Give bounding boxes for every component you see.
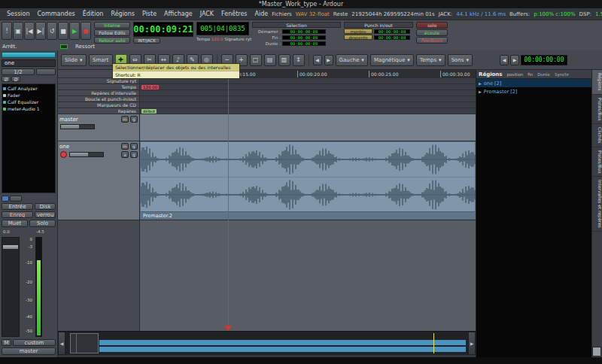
menu-jack[interactable]: JACK xyxy=(196,8,217,20)
punch-in-clock[interactable]: 00:00:00:00 xyxy=(374,29,410,34)
tempo-ruler-canvas[interactable]: 120.00 xyxy=(140,84,476,89)
strip-solo-button[interactable]: Solo xyxy=(29,220,56,227)
tab-cliches[interactable]: Clichés xyxy=(592,124,602,147)
nudge-clock[interactable]: 00:00:00:00 xyxy=(521,55,567,65)
column-fin[interactable]: fin xyxy=(528,72,533,77)
shuttle-mode-label[interactable]: Ressort xyxy=(75,44,95,50)
jog-button[interactable]: ▣ xyxy=(13,22,23,40)
expander-icon[interactable]: ▶ xyxy=(479,81,482,86)
gain-fader[interactable] xyxy=(2,237,20,337)
range-marker-ruler[interactable]: Repères d'intervalle xyxy=(58,90,476,96)
tempo-value[interactable]: 120.0 xyxy=(211,37,223,41)
nudge-forward-button[interactable]: ▶ xyxy=(510,55,519,65)
track-mute-button[interactable]: m xyxy=(121,116,129,123)
monitor-disk-button[interactable]: Disk xyxy=(35,203,56,210)
track-master-canvas[interactable] xyxy=(140,114,476,141)
monitor-input-button[interactable]: Entrée xyxy=(2,203,33,210)
track-automation-button[interactable]: a xyxy=(121,151,129,158)
processor-box[interactable]: Calf Analyzer Fader Calf Equalizer meter… xyxy=(2,83,56,193)
region-list-item[interactable]: ▶Premaster [2] xyxy=(476,87,591,96)
column-position[interactable]: position xyxy=(507,72,524,77)
phase-invert-1-button[interactable]: Ø xyxy=(2,76,11,82)
track-one-header[interactable]: one m g a g xyxy=(58,141,140,220)
summary-body[interactable] xyxy=(66,333,467,353)
track-gain-slider[interactable] xyxy=(60,124,95,129)
peak-display[interactable]: -4.5 xyxy=(36,229,44,234)
meter-ruler[interactable]: Signature ryt xyxy=(58,78,476,84)
automation-mode-button[interactable]: custom xyxy=(13,339,56,346)
tab-groupes[interactable]: Pistes/Bus xyxy=(592,147,602,177)
tempo-marker[interactable]: 120.00 xyxy=(141,85,159,89)
mute-button[interactable]: Muet xyxy=(2,220,28,227)
track-mute-button[interactable]: m xyxy=(121,143,129,150)
region-name-bar[interactable]: Premaster.2 xyxy=(141,211,475,219)
strip-name-button[interactable]: one xyxy=(2,59,56,67)
meter-ruler-canvas[interactable] xyxy=(140,78,476,83)
menu-edition[interactable]: Édition xyxy=(79,8,108,20)
menu-affichage[interactable]: Affichage xyxy=(160,8,196,20)
go-start-button[interactable]: |◀ xyxy=(24,22,35,40)
summary-scroll-right-button[interactable]: ▶ xyxy=(468,332,476,355)
expand-tracks-button[interactable]: ↕ xyxy=(293,54,305,66)
tempo-ruler[interactable]: Tempo120.00 xyxy=(58,84,476,90)
cd-ruler-canvas[interactable] xyxy=(140,102,476,108)
location-marker[interactable]: début xyxy=(141,109,157,114)
play-button[interactable]: ▶ xyxy=(69,22,80,40)
zoom-focus-dropdown[interactable]: Gauche▾ xyxy=(336,54,368,66)
zoom-to-selection-button[interactable]: ▤ xyxy=(264,54,276,66)
track-name[interactable]: one xyxy=(59,144,69,150)
lock-button[interactable]: verrou xyxy=(35,211,56,218)
resize-grip[interactable] xyxy=(592,347,601,356)
narrow-strip-button[interactable] xyxy=(2,196,9,202)
audition-button[interactable]: écoute xyxy=(416,29,448,36)
smart-mode-button[interactable]: Smart xyxy=(89,54,113,66)
track-one-canvas[interactable]: Premaster.2 xyxy=(140,141,476,220)
audio-region[interactable]: Premaster.2 xyxy=(140,141,476,220)
metering-point-button[interactable]: M xyxy=(2,339,11,346)
loop-punch-ruler-canvas[interactable] xyxy=(140,96,476,102)
region-list-item[interactable]: ▶one [2] xyxy=(476,79,591,87)
stop-button[interactable]: ■ xyxy=(58,22,68,40)
column-synchr[interactable]: Synchr xyxy=(555,72,569,77)
hide-strip-button[interactable] xyxy=(10,196,22,202)
input-button[interactable]: 1/2 xyxy=(2,68,35,75)
processor-item[interactable]: meter-Audio 1 xyxy=(3,105,54,112)
record-arm-button[interactable]: Enreg xyxy=(2,211,33,218)
regions-list[interactable]: ▶one [2] ▶Premaster [2] xyxy=(476,79,591,357)
expander-icon[interactable]: ▶ xyxy=(479,89,482,94)
fader-handle[interactable] xyxy=(3,245,18,249)
menu-aide[interactable]: Aide xyxy=(251,8,272,20)
tab-regions[interactable]: Régions xyxy=(592,70,602,95)
sync-source-button[interactable]: Interne xyxy=(94,22,130,29)
playhead-arrow[interactable] xyxy=(224,326,232,331)
playhead[interactable] xyxy=(228,70,229,331)
range-ruler-canvas[interactable] xyxy=(140,90,476,96)
record-button[interactable]: ● xyxy=(81,22,91,40)
track-record-arm-button[interactable] xyxy=(60,151,67,158)
phase-invert-2-button[interactable]: Ø xyxy=(11,76,20,82)
menu-piste[interactable]: Piste xyxy=(138,8,160,20)
menu-regions[interactable]: Régions xyxy=(107,8,138,20)
column-duree[interactable]: Durée xyxy=(537,72,550,77)
edit-point-dropdown[interactable]: Sons▾ xyxy=(448,54,473,66)
processor-item[interactable]: Calf Analyzer xyxy=(3,85,54,92)
tab-pistes-bus[interactable]: Pistes/Bus xyxy=(592,95,602,125)
auto-return-button[interactable]: Retour auto xyxy=(94,37,130,44)
grid-unit-dropdown[interactable]: Temps▾ xyxy=(416,54,445,66)
zoom-to-session-button[interactable]: ▥ xyxy=(278,54,290,66)
tab-intervalles[interactable]: Intervalles et repères xyxy=(592,177,602,232)
follow-edits-button[interactable]: Follow Edits xyxy=(94,29,130,36)
punch-out-clock[interactable]: 00:00:00:00 xyxy=(374,35,410,40)
nudge-backward-button[interactable]: ◀ xyxy=(500,55,509,65)
track-name[interactable]: master xyxy=(59,117,78,123)
snap-mode-dropdown[interactable]: Magnétique▾ xyxy=(370,54,414,66)
gain-display[interactable]: 0.0 xyxy=(3,229,10,234)
cd-marker-ruler[interactable]: Marqueurs de CD xyxy=(58,102,476,108)
primary-clock[interactable]: 00:00:09:21 xyxy=(133,22,193,37)
canvas-background[interactable] xyxy=(140,220,476,331)
loop-button[interactable]: ↺ xyxy=(47,22,57,40)
summary-view-frame[interactable] xyxy=(70,333,99,353)
feedback-button[interactable]: Feedback xyxy=(416,37,448,44)
menu-session[interactable]: Session xyxy=(3,8,34,20)
processor-item[interactable]: Fader xyxy=(3,92,54,99)
